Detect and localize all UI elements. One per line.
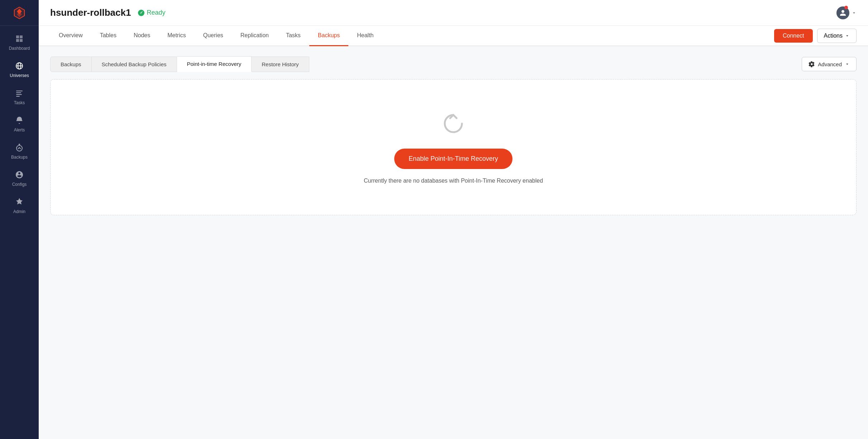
advanced-chevron-icon — [845, 62, 850, 67]
user-menu[interactable] — [836, 6, 857, 19]
notification-dot — [844, 6, 848, 9]
sidebar-logo[interactable] — [0, 0, 39, 26]
alerts-icon — [14, 115, 24, 125]
subtab-scheduled[interactable]: Scheduled Backup Policies — [92, 57, 177, 72]
sidebar-item-backups[interactable]: Backups — [0, 138, 39, 165]
tab-queries[interactable]: Queries — [195, 26, 232, 46]
svg-rect-7 — [16, 96, 20, 97]
advanced-button[interactable]: Advanced — [802, 57, 857, 71]
sidebar-item-backups-label: Backups — [11, 155, 28, 160]
tab-overview[interactable]: Overview — [50, 26, 91, 46]
sidebar-item-universes[interactable]: Universes — [0, 56, 39, 83]
sidebar-item-admin[interactable]: Admin — [0, 192, 39, 219]
sidebar-item-configs-label: Configs — [12, 182, 27, 187]
sidebar-item-dashboard-label: Dashboard — [9, 46, 30, 51]
subtabs-row: Backups Scheduled Backup Policies Point-… — [50, 56, 857, 72]
advanced-label: Advanced — [818, 61, 842, 67]
sidebar-item-tasks[interactable]: Tasks — [0, 83, 39, 110]
tab-metrics[interactable]: Metrics — [159, 26, 195, 46]
actions-chevron-icon — [845, 33, 850, 38]
tab-nodes[interactable]: Nodes — [125, 26, 159, 46]
tasks-icon — [14, 88, 24, 98]
connect-button[interactable]: Connect — [774, 29, 813, 43]
universes-icon — [14, 61, 24, 71]
empty-state-card: Enable Point-In-Time Recovery Currently … — [50, 79, 857, 215]
sidebar-item-universes-label: Universes — [10, 73, 29, 78]
main-content: hsunder-rollback1 Ready Overview Tables … — [39, 0, 868, 439]
sidebar-item-alerts-label: Alerts — [14, 127, 25, 132]
svg-rect-4 — [16, 91, 23, 91]
tab-tasks[interactable]: Tasks — [277, 26, 309, 46]
top-header: hsunder-rollback1 Ready — [39, 0, 868, 26]
sidebar: Dashboard Universes Tasks Alerts Backups… — [0, 0, 39, 439]
actions-label: Actions — [824, 33, 843, 39]
svg-rect-6 — [16, 94, 22, 95]
sidebar-item-dashboard[interactable]: Dashboard — [0, 29, 39, 56]
admin-icon — [14, 197, 24, 207]
status-dot-icon — [138, 10, 144, 16]
pitr-empty-icon — [440, 111, 466, 140]
backups-sidebar-icon — [14, 143, 24, 153]
content-area: Backups Scheduled Backup Policies Point-… — [39, 46, 868, 439]
configs-icon — [14, 170, 24, 180]
tab-tables[interactable]: Tables — [91, 26, 125, 46]
empty-description: Currently there are no databases with Po… — [364, 178, 543, 184]
gear-icon — [809, 61, 815, 67]
status-label: Ready — [147, 9, 165, 16]
tab-replication[interactable]: Replication — [232, 26, 277, 46]
chevron-down-icon — [852, 10, 857, 15]
enable-pitr-button[interactable]: Enable Point-In-Time Recovery — [394, 149, 512, 169]
sidebar-item-admin-label: Admin — [13, 209, 25, 214]
tab-health[interactable]: Health — [348, 26, 382, 46]
svg-rect-5 — [16, 92, 21, 93]
tab-backups[interactable]: Backups — [309, 26, 348, 46]
status-badge: Ready — [138, 9, 165, 16]
subtab-backups[interactable]: Backups — [50, 57, 92, 72]
sidebar-item-configs[interactable]: Configs — [0, 165, 39, 192]
universe-title: hsunder-rollback1 — [50, 7, 131, 18]
sidebar-item-tasks-label: Tasks — [14, 100, 25, 105]
actions-button[interactable]: Actions — [817, 29, 857, 43]
subtab-restore[interactable]: Restore History — [252, 57, 309, 72]
sidebar-item-alerts[interactable]: Alerts — [0, 110, 39, 138]
dashboard-icon — [14, 34, 24, 44]
subtab-pitr[interactable]: Point-in-time Recovery — [177, 56, 252, 72]
nav-tabs: Overview Tables Nodes Metrics Queries Re… — [39, 26, 868, 46]
